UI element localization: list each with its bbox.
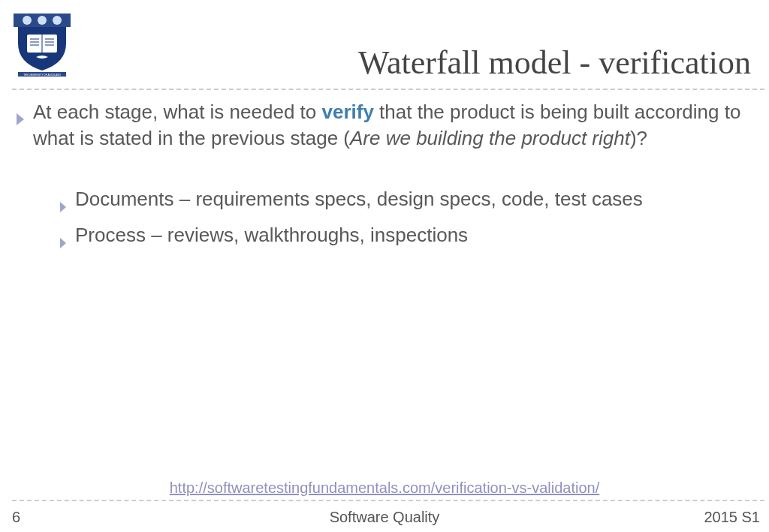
slide: THE UNIVERSITY OF AUCKLAND Waterfall mod…: [0, 0, 769, 532]
bullet-icon: [15, 106, 26, 132]
text-pre: At each stage, what is needed to: [33, 101, 321, 123]
main-bullet: At each stage, what is needed to verify …: [15, 99, 746, 152]
main-bullet-text: At each stage, what is needed to verify …: [33, 99, 746, 152]
sub-bullet-list: Documents – requirements specs, design s…: [59, 186, 746, 255]
sub-bullet: Documents – requirements specs, design s…: [59, 186, 746, 219]
bullet-icon: [59, 193, 68, 219]
slide-footer: 6 Software Quality 2015 S1: [0, 505, 769, 527]
reference-link-container: http://softwaretestingfundamentals.com/v…: [0, 479, 769, 497]
svg-text:THE UNIVERSITY OF AUCKLAND: THE UNIVERSITY OF AUCKLAND: [23, 74, 61, 77]
sub-bullet-text: Documents – requirements specs, design s…: [75, 186, 643, 212]
divider-bottom: [12, 500, 764, 501]
bullet-icon: [59, 229, 68, 255]
svg-point-3: [53, 16, 62, 25]
text-italic: Are we building the product right: [350, 127, 630, 149]
divider-top: [12, 89, 764, 90]
text-post: )?: [630, 127, 647, 149]
reference-link[interactable]: http://softwaretestingfundamentals.com/v…: [170, 479, 600, 496]
footer-title: Software Quality: [0, 509, 769, 526]
sub-bullet: Process – reviews, walkthroughs, inspect…: [59, 222, 746, 255]
sub-bullet-text: Process – reviews, walkthroughs, inspect…: [75, 222, 468, 248]
svg-point-2: [38, 16, 47, 25]
highlight-verify: verify: [321, 101, 373, 123]
footer-term: 2015 S1: [704, 509, 760, 526]
university-logo: THE UNIVERSITY OF AUCKLAND: [14, 14, 71, 77]
svg-point-1: [23, 16, 32, 25]
slide-title: Waterfall model - verification: [90, 44, 751, 82]
slide-content: At each stage, what is needed to verify …: [15, 99, 746, 258]
